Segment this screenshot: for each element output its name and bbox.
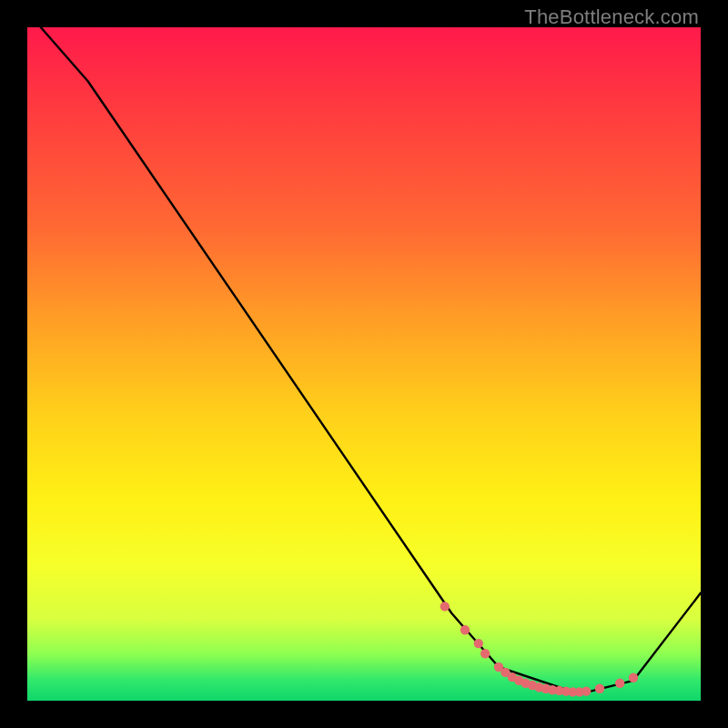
marker-dot <box>440 602 450 611</box>
chart-overlay <box>27 27 701 701</box>
marker-dots <box>440 602 639 696</box>
marker-dot <box>629 673 638 682</box>
bottleneck-curve <box>41 27 701 694</box>
watermark-text: TheBottleneck.com <box>524 5 699 29</box>
marker-dot <box>581 686 591 695</box>
chart-stage: TheBottleneck.com <box>0 0 728 728</box>
plot-area <box>27 27 701 701</box>
marker-dot <box>480 649 490 658</box>
marker-dot <box>474 639 483 648</box>
marker-dot <box>615 679 624 688</box>
marker-dot <box>595 684 604 693</box>
marker-dot <box>460 625 470 634</box>
